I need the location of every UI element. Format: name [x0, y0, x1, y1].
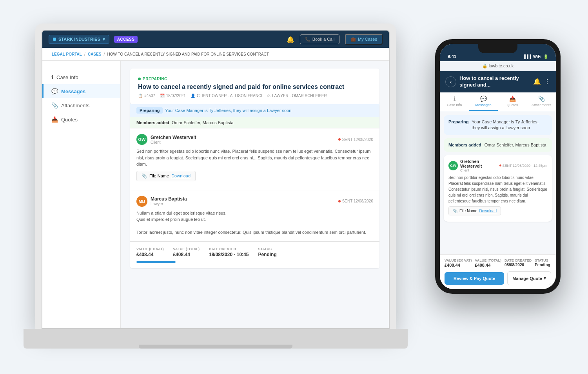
tab-attachments-label: Attachments — [532, 103, 551, 107]
phone-tabs: ℹ Case Info 💬 Messages 📥 Quotes 📎 Attach… — [440, 92, 556, 111]
tab-messages-label: Messages — [475, 103, 491, 107]
phone-bell-icon[interactable]: 🔔 — [533, 78, 541, 85]
company-icon — [53, 38, 56, 41]
phone-preparing-bubble: Preparing Your Case Manager is Ty Jeffer… — [444, 115, 552, 135]
msg-name-2: Marcus Baptista — [151, 196, 187, 202]
quote-progress-bar — [136, 261, 176, 263]
members-bar: Members added Omar Schleifer, Marcus Bap… — [130, 117, 379, 128]
top-nav: STARK INDUSTRIES ▾ ACCESS 🔔 📞 Book a Cal… — [42, 31, 389, 48]
briefcase-icon: 💼 — [350, 37, 356, 42]
quote-field-total: VALUE (TOTAL) £408.44 — [173, 247, 200, 257]
phone-url-bar: 🔒 lawbite.co.uk — [440, 61, 556, 71]
chevron-down-icon: ▾ — [544, 276, 546, 281]
laptop-screen: STARK INDUSTRIES ▾ ACCESS 🔔 📞 Book a Cal… — [42, 30, 390, 329]
msg-body-1: Sed non porttitor egestas odio lobortis … — [136, 148, 373, 168]
content-panel: PREPARING How to cancel a recently signe… — [121, 61, 389, 328]
avatar-1: GW — [136, 134, 147, 145]
phone-icon: 📞 — [305, 37, 310, 42]
phone-footer-buttons: Review & Pay Quote Manage Quote ▾ — [445, 271, 551, 285]
tab-attachments-icon: 📎 — [538, 96, 545, 102]
preparing-bar: Preparing Your Case Manager is Ty Jeffer… — [130, 104, 379, 117]
info-icon: ℹ — [51, 74, 53, 80]
status-dot — [138, 78, 141, 80]
book-call-button[interactable]: 📞 Book a Call — [300, 34, 339, 44]
manage-quote-button[interactable]: Manage Quote ▾ — [507, 271, 551, 285]
calendar-icon: 📅 — [160, 94, 165, 98]
case-header: PREPARING How to cancel a recently signe… — [130, 69, 379, 104]
user-icon: 👤 — [191, 94, 195, 98]
laptop-base — [24, 329, 408, 349]
msg-sent-2: SENT 12/08/2020 — [338, 199, 373, 203]
tab-quotes-icon: 📥 — [509, 96, 516, 102]
laptop-body: STARK INDUSTRIES ▾ ACCESS 🔔 📞 Book a Cal… — [35, 23, 396, 329]
phone-message-1: GW Gretchen Westervelt Client SENT 12/08… — [444, 155, 552, 222]
sidebar-item-quotes[interactable]: 📥 Quotes — [42, 112, 120, 126]
lawyer-icon: ⚖ — [267, 94, 270, 98]
phone-msg-1-sent: SENT 12/08/2020 - 12:45pm — [499, 164, 547, 168]
tab-messages[interactable]: 💬 Messages — [469, 92, 498, 111]
phone-time: 9:41 — [448, 49, 456, 59]
sidebar-item-messages[interactable]: 💬 Messages — [42, 84, 120, 98]
tab-case-info-label: Case Info — [447, 103, 462, 107]
phone-device: 9:41 ▐▐▐ WiFi 🔋 🔒 lawbite.co.uk ‹ How to… — [431, 16, 564, 356]
left-sidebar: ℹ Case Info 💬 Messages 📎 Attachments — [42, 61, 121, 328]
phone-quote-date: DATE CREATED 08/08/2020 — [505, 258, 532, 267]
sent-dot-2 — [338, 200, 341, 202]
main-area: ℹ Case Info 💬 Messages 📎 Attachments — [42, 61, 389, 328]
breadcrumb-cases[interactable]: CASES — [88, 52, 101, 56]
message-1: GW Gretchen Westervelt Client SENT — [130, 128, 379, 190]
sidebar-item-case-info[interactable]: ℹ Case Info — [42, 70, 120, 84]
case-title: How to cancel a recently signed and paid… — [138, 83, 372, 90]
paperclip-icon: 📎 — [142, 173, 147, 179]
breadcrumb-portal[interactable]: LEGAL PORTAL — [52, 52, 82, 56]
phone-msg-1-header: GW Gretchen Westervelt Client SENT 12/08… — [448, 159, 547, 172]
back-icon: ‹ — [450, 79, 452, 85]
preparing-label: Preparing — [136, 107, 163, 114]
phone-quote-row: VALUE (EX VAT) £408.44 VALUE (TOTAL) £40… — [445, 258, 551, 267]
phone-paperclip-icon: 📎 — [453, 209, 457, 213]
case-id: 📋 #4507 — [138, 94, 155, 98]
message-2-header: MB Marcus Baptista Lawyer SENT 12/0 — [136, 196, 373, 207]
chevron-icon: ▾ — [103, 37, 105, 42]
message-2: MB Marcus Baptista Lawyer SENT 12/0 — [130, 190, 379, 241]
case-date: 📅 18/07/2021 — [160, 94, 186, 98]
phone-quote-ex-vat: VALUE (EX VAT) £408.44 — [445, 258, 472, 267]
my-cases-button[interactable]: 💼 My Cases — [345, 34, 383, 45]
phone-members-bubble: Members added Omar Schleifer, Marcus Bap… — [444, 138, 552, 152]
phone-notch — [478, 44, 517, 53]
pm-sent-dot — [499, 164, 501, 166]
bell-icon[interactable]: 🔔 — [287, 36, 294, 43]
access-badge[interactable]: ACCESS — [114, 36, 138, 43]
nav-actions: 🔔 📞 Book a Call 💼 My Cases — [287, 34, 383, 45]
phone-more-icon[interactable]: ⋮ — [544, 78, 550, 85]
quote-field-status: STATUS Pending — [258, 247, 276, 257]
tab-quotes-label: Quotes — [506, 103, 518, 107]
battery-icon: 🔋 — [543, 54, 548, 59]
msg-role-1: Client — [151, 140, 196, 145]
tab-attachments[interactable]: 📎 Attachments — [527, 92, 556, 111]
quote-field-ex-vat: VALUE (EX VAT) £408.44 — [136, 247, 164, 257]
msg-name-1: Gretchen Westervelt — [151, 135, 196, 140]
case-status-badge: PREPARING — [138, 77, 167, 81]
phone-footer: VALUE (EX VAT) £408.44 VALUE (TOTAL) £40… — [440, 254, 556, 289]
phone-download-link[interactable]: Download — [479, 209, 497, 213]
laptop-device: STARK INDUSTRIES ▾ ACCESS 🔔 📞 Book a Cal… — [35, 23, 396, 349]
phone-body: 9:41 ▐▐▐ WiFi 🔋 🔒 lawbite.co.uk ‹ How to… — [435, 39, 561, 294]
company-badge[interactable]: STARK INDUSTRIES ▾ — [49, 35, 109, 44]
msg-role-2: Lawyer — [151, 202, 187, 206]
tab-case-info[interactable]: ℹ Case Info — [440, 92, 469, 111]
sidebar-item-attachments[interactable]: 📎 Attachments — [42, 98, 120, 112]
download-link-1[interactable]: Download — [171, 173, 191, 178]
review-pay-button[interactable]: Review & Pay Quote — [445, 272, 504, 285]
hash-icon: 📋 — [138, 94, 143, 98]
back-button[interactable]: ‹ — [445, 76, 456, 87]
case-lawyer: ⚖ LAWYER - OMAR SCHLEIFER — [267, 94, 327, 98]
phone-screen: 9:41 ▐▐▐ WiFi 🔋 🔒 lawbite.co.uk ‹ How to… — [440, 44, 556, 289]
signal-icon: ▐▐▐ — [523, 54, 531, 59]
tab-quotes[interactable]: 📥 Quotes — [498, 92, 527, 111]
phone-quote-status: STATUS Pending — [535, 258, 550, 267]
quote-field-date: DATE CREATED 18/08/2020 - 10:45 — [209, 247, 249, 257]
phone-case-title: How to cancel a recently signed and... — [459, 75, 530, 89]
msg-sent-1: SENT 12/08/2020 — [338, 137, 373, 142]
messages-area: Preparing Your Case Manager is Ty Jeffer… — [130, 104, 379, 268]
